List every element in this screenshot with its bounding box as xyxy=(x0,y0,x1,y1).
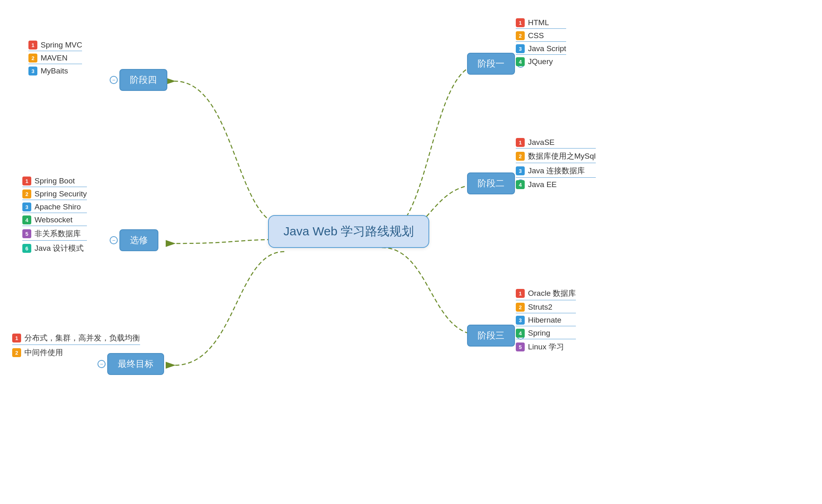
elective-node[interactable]: − 选修 xyxy=(110,229,158,251)
list-item: 3 MyBaits xyxy=(28,67,82,75)
elective-items: 1 Spring Boot 2 Spring Security 3 Apache… xyxy=(22,177,87,254)
elective-collapse[interactable]: − xyxy=(110,236,118,244)
stage1-label[interactable]: 阶段一 xyxy=(467,53,515,75)
list-item: 1 JavaSE xyxy=(516,138,596,149)
list-item: 4 Websocket xyxy=(22,215,87,226)
list-item: 1 Spring Boot xyxy=(22,177,87,187)
list-item: 2 Struts2 xyxy=(516,303,576,313)
final-items: 1 分布式，集群，高并发，负载均衡 2 中间件使用 xyxy=(12,333,140,358)
stage4-label[interactable]: 阶段四 xyxy=(119,69,167,91)
stage3-items: 1 Oracle 数据库 2 Struts2 3 Hibernate 4 Spr… xyxy=(516,288,576,352)
list-item: 3 Java 连接数据库 xyxy=(516,166,596,178)
list-item: 2 CSS xyxy=(516,31,566,42)
list-item: 3 Apache Shiro xyxy=(22,202,87,213)
list-item: 3 Hibernate xyxy=(516,316,576,326)
mind-map: Java Web 学习路线规划 阶段一 − 1 HTML 2 CSS 3 Jav… xyxy=(0,0,822,504)
elective-label[interactable]: 选修 xyxy=(119,229,158,251)
list-item: 2 Spring Security xyxy=(22,190,87,200)
list-item: 1 HTML xyxy=(516,18,566,29)
stage4-collapse[interactable]: − xyxy=(110,76,118,84)
stage2-items: 1 JavaSE 2 数据库使用之MySql 3 Java 连接数据库 4 Ja… xyxy=(516,138,596,189)
stage2-label[interactable]: 阶段二 xyxy=(467,172,515,194)
stage4-node[interactable]: − 阶段四 xyxy=(110,69,167,91)
list-item: 3 Java Script xyxy=(516,44,566,55)
list-item: 2 MAVEN xyxy=(28,54,82,64)
list-item: 4 Java EE xyxy=(516,180,596,189)
list-item: 2 中间件使用 xyxy=(12,347,140,358)
list-item: 1 分布式，集群，高并发，负载均衡 xyxy=(12,333,140,345)
stage4-items: 1 Spring MVC 2 MAVEN 3 MyBaits xyxy=(28,41,82,75)
stage3-label[interactable]: 阶段三 xyxy=(467,325,515,347)
list-item: 1 Oracle 数据库 xyxy=(516,288,576,300)
center-node: Java Web 学习路线规划 xyxy=(268,215,429,248)
list-item: 5 Linux 学习 xyxy=(516,342,576,352)
list-item: 4 JQuery xyxy=(516,57,566,66)
center-label: Java Web 学习路线规划 xyxy=(268,215,429,248)
list-item: 1 Spring MVC xyxy=(28,41,82,51)
stage1-items: 1 HTML 2 CSS 3 Java Script 4 JQuery xyxy=(516,18,566,66)
list-item: 6 Java 设计模式 xyxy=(22,243,87,254)
list-item: 2 数据库使用之MySql xyxy=(516,151,596,163)
final-collapse[interactable]: − xyxy=(97,360,106,368)
list-item: 4 Spring xyxy=(516,329,576,339)
list-item: 5 非关系数据库 xyxy=(22,228,87,241)
